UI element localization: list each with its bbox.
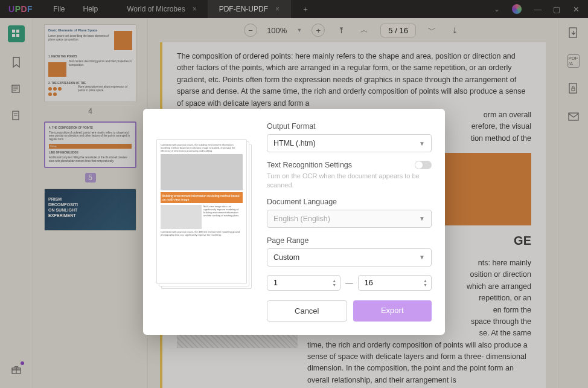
range-to-input[interactable]: ▲▼ xyxy=(358,275,432,291)
range-from-input[interactable]: ▲▼ xyxy=(267,275,340,291)
page-range-label: Page Range xyxy=(267,236,432,245)
chevron-down-icon: ▼ xyxy=(419,254,425,260)
chevron-down-icon: ▼ xyxy=(419,215,425,222)
step-up-icon[interactable]: ▲ xyxy=(423,279,427,283)
output-format-label: Output Format xyxy=(267,122,432,131)
step-down-icon[interactable]: ▼ xyxy=(423,283,427,287)
page-range-select[interactable]: Custom ▼ xyxy=(267,248,432,267)
export-dialog: Combined with practical cases, the build… xyxy=(143,109,445,335)
language-select[interactable]: English (English) ▼ xyxy=(267,210,432,228)
range-dash: — xyxy=(345,279,353,287)
ocr-toggle[interactable] xyxy=(415,161,432,169)
export-button[interactable]: Export xyxy=(353,300,432,322)
language-label: Document Language xyxy=(267,198,432,206)
dialog-preview: Combined with practical cases, the build… xyxy=(156,122,256,322)
step-up-icon[interactable]: ▲ xyxy=(332,279,336,283)
chevron-down-icon: ▼ xyxy=(419,140,425,147)
step-down-icon[interactable]: ▼ xyxy=(332,283,336,287)
ocr-hint: Turn on the OCR when the document appear… xyxy=(267,172,432,190)
ocr-label: Text Recognition Settings xyxy=(267,161,352,169)
output-format-select[interactable]: HTML (.htm) ▼ xyxy=(267,134,432,152)
cancel-button[interactable]: Cancel xyxy=(267,300,347,322)
